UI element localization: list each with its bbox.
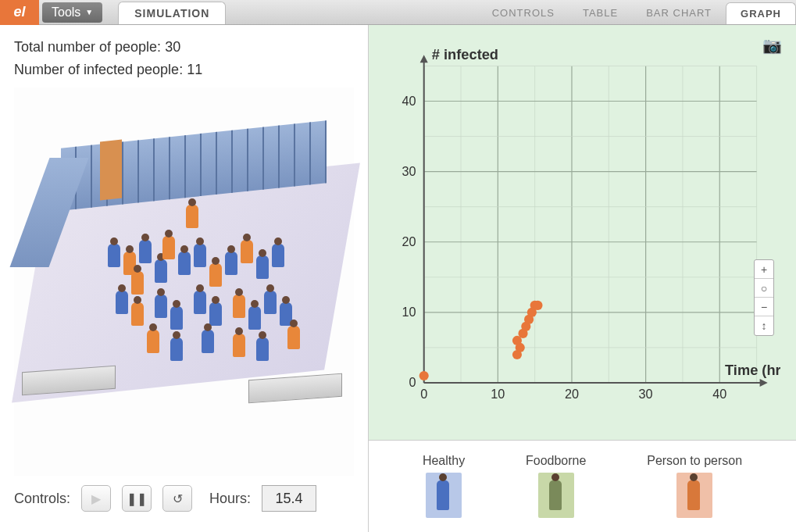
total-people-stat: Total number of people: 30 (14, 36, 354, 59)
svg-text:30: 30 (639, 387, 653, 401)
svg-marker-21 (420, 55, 428, 62)
svg-point-45 (533, 301, 542, 310)
svg-text:10: 10 (491, 387, 505, 401)
infected-people-stat: Number of infected people: 11 (14, 59, 354, 81)
person-infected (147, 330, 159, 353)
svg-text:0: 0 (409, 375, 416, 389)
person-healthy (256, 337, 269, 361)
person-infected (131, 302, 144, 326)
legend-healthy: Healthy (423, 454, 465, 518)
person-infected (233, 334, 245, 357)
person-healthy (248, 306, 261, 330)
svg-text:20: 20 (402, 234, 416, 248)
person-healthy (108, 244, 120, 267)
person-healthy (202, 330, 214, 353)
reset-icon: ↺ (173, 491, 183, 506)
person-healthy (256, 255, 269, 279)
zoom-fit-button[interactable]: ↕ (755, 316, 773, 335)
svg-point-36 (419, 371, 429, 380)
person-healthy (155, 295, 167, 318)
person-infected (241, 240, 253, 263)
person-healthy (209, 302, 222, 326)
tab-table[interactable]: TABLE (569, 2, 632, 24)
person-healthy (170, 337, 183, 361)
svg-text:20: 20 (565, 387, 579, 401)
svg-text:Time (hr): Time (hr) (725, 362, 780, 378)
tab-bar-chart[interactable]: BAR CHART (632, 2, 726, 24)
person-healthy (170, 306, 183, 330)
app-logo: el (0, 0, 39, 25)
person-healthy (178, 252, 191, 275)
svg-text:40: 40 (712, 387, 726, 401)
person-infected (287, 326, 300, 349)
person-infected (186, 205, 198, 228)
camera-icon[interactable]: 📷 (762, 36, 782, 55)
person-healthy (272, 244, 284, 267)
chevron-down-icon: ▼ (85, 8, 93, 16)
zoom-controls: + ○ − ↕ (754, 259, 774, 336)
person-healthy (155, 259, 167, 283)
zoom-in-button[interactable]: + (755, 260, 773, 279)
person-healthy (116, 291, 128, 314)
legend-person-to-person: Person to person (647, 454, 742, 518)
legend: Healthy Foodborne Person to person (369, 440, 796, 532)
simulation-canvas (14, 87, 354, 476)
person-healthy (194, 291, 206, 314)
legend-foodborne: Foodborne (526, 454, 586, 518)
person-infected (131, 271, 144, 295)
zoom-out-button[interactable]: − (755, 298, 773, 316)
person-healthy (139, 240, 152, 263)
person-healthy (225, 252, 237, 275)
person-healthy (264, 291, 277, 314)
tab-simulation[interactable]: SIMULATION (118, 2, 226, 24)
svg-text:30: 30 (402, 164, 416, 178)
svg-marker-23 (760, 379, 768, 387)
tools-menu-button[interactable]: Tools ▼ (42, 2, 102, 23)
controls-label: Controls: (14, 491, 70, 507)
play-icon: ▶ (91, 491, 101, 506)
svg-text:40: 40 (402, 94, 416, 108)
scatter-chart: 010203040010203040# infectedTime (hr) (384, 41, 780, 424)
person-infected (233, 295, 245, 318)
svg-text:10: 10 (402, 305, 416, 319)
simulation-pane: Total number of people: 30 Number of inf… (0, 25, 369, 532)
person-infected (209, 263, 222, 287)
tab-graph[interactable]: GRAPH (726, 2, 796, 24)
reset-button[interactable]: ↺ (162, 485, 192, 512)
zoom-reset-button[interactable]: ○ (755, 279, 773, 298)
svg-text:# infected: # infected (432, 46, 498, 62)
pause-icon: ❚❚ (127, 491, 147, 506)
graph-panel: 📷 + ○ − ↕ 010203040010203040# infectedTi… (369, 25, 796, 440)
hours-value: 15.4 (262, 485, 316, 512)
hours-label: Hours: (209, 491, 251, 507)
person-infected (162, 236, 175, 259)
play-button[interactable]: ▶ (81, 485, 111, 512)
tools-label: Tools (52, 5, 80, 20)
tab-controls[interactable]: CONTROLS (478, 2, 569, 24)
pause-button[interactable]: ❚❚ (122, 485, 152, 512)
svg-text:0: 0 (420, 387, 427, 401)
person-healthy (194, 244, 206, 267)
